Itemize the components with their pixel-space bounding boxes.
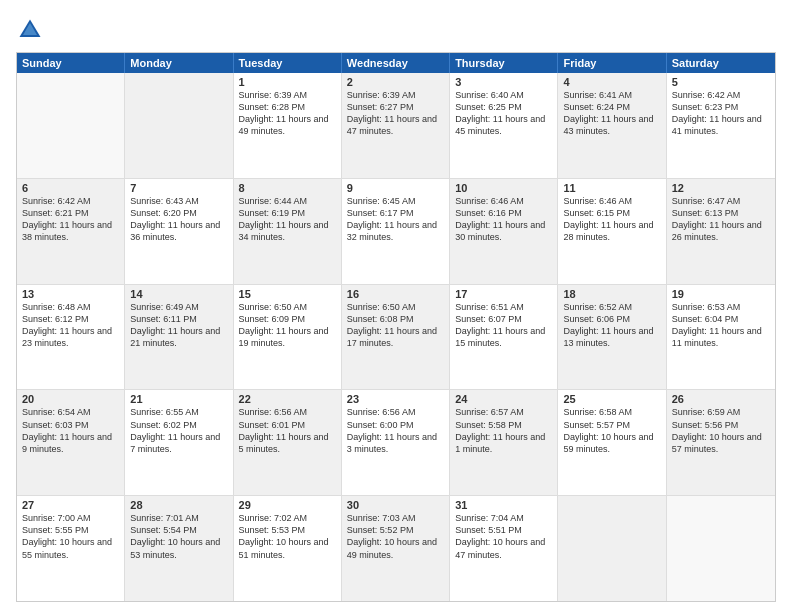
calendar-cell: 22Sunrise: 6:56 AM Sunset: 6:01 PM Dayli… — [234, 390, 342, 495]
cell-info: Sunrise: 6:50 AM Sunset: 6:09 PM Dayligh… — [239, 301, 336, 350]
calendar-cell: 14Sunrise: 6:49 AM Sunset: 6:11 PM Dayli… — [125, 285, 233, 390]
header-day: Sunday — [17, 53, 125, 73]
cell-info: Sunrise: 6:55 AM Sunset: 6:02 PM Dayligh… — [130, 406, 227, 455]
page: SundayMondayTuesdayWednesdayThursdayFrid… — [0, 0, 792, 612]
header-day: Saturday — [667, 53, 775, 73]
cell-date: 20 — [22, 393, 119, 405]
cell-info: Sunrise: 6:42 AM Sunset: 6:21 PM Dayligh… — [22, 195, 119, 244]
cell-date: 15 — [239, 288, 336, 300]
cell-date: 5 — [672, 76, 770, 88]
cell-info: Sunrise: 6:56 AM Sunset: 6:01 PM Dayligh… — [239, 406, 336, 455]
calendar-cell: 1Sunrise: 6:39 AM Sunset: 6:28 PM Daylig… — [234, 73, 342, 178]
calendar-cell: 6Sunrise: 6:42 AM Sunset: 6:21 PM Daylig… — [17, 179, 125, 284]
calendar-cell: 3Sunrise: 6:40 AM Sunset: 6:25 PM Daylig… — [450, 73, 558, 178]
cell-info: Sunrise: 6:58 AM Sunset: 5:57 PM Dayligh… — [563, 406, 660, 455]
cell-info: Sunrise: 6:43 AM Sunset: 6:20 PM Dayligh… — [130, 195, 227, 244]
calendar-row: 6Sunrise: 6:42 AM Sunset: 6:21 PM Daylig… — [17, 178, 775, 284]
cell-info: Sunrise: 7:00 AM Sunset: 5:55 PM Dayligh… — [22, 512, 119, 561]
cell-date: 12 — [672, 182, 770, 194]
cell-info: Sunrise: 6:59 AM Sunset: 5:56 PM Dayligh… — [672, 406, 770, 455]
cell-info: Sunrise: 6:56 AM Sunset: 6:00 PM Dayligh… — [347, 406, 444, 455]
calendar-cell — [558, 496, 666, 601]
calendar-cell: 10Sunrise: 6:46 AM Sunset: 6:16 PM Dayli… — [450, 179, 558, 284]
calendar-cell — [17, 73, 125, 178]
cell-date: 9 — [347, 182, 444, 194]
calendar-cell: 26Sunrise: 6:59 AM Sunset: 5:56 PM Dayli… — [667, 390, 775, 495]
cell-date: 4 — [563, 76, 660, 88]
cell-info: Sunrise: 6:57 AM Sunset: 5:58 PM Dayligh… — [455, 406, 552, 455]
cell-info: Sunrise: 7:01 AM Sunset: 5:54 PM Dayligh… — [130, 512, 227, 561]
calendar-cell: 31Sunrise: 7:04 AM Sunset: 5:51 PM Dayli… — [450, 496, 558, 601]
cell-date: 16 — [347, 288, 444, 300]
calendar-cell: 2Sunrise: 6:39 AM Sunset: 6:27 PM Daylig… — [342, 73, 450, 178]
cell-date: 31 — [455, 499, 552, 511]
calendar-cell: 17Sunrise: 6:51 AM Sunset: 6:07 PM Dayli… — [450, 285, 558, 390]
cell-info: Sunrise: 6:54 AM Sunset: 6:03 PM Dayligh… — [22, 406, 119, 455]
calendar-cell: 11Sunrise: 6:46 AM Sunset: 6:15 PM Dayli… — [558, 179, 666, 284]
calendar-cell: 9Sunrise: 6:45 AM Sunset: 6:17 PM Daylig… — [342, 179, 450, 284]
cell-info: Sunrise: 6:52 AM Sunset: 6:06 PM Dayligh… — [563, 301, 660, 350]
cell-date: 2 — [347, 76, 444, 88]
cell-info: Sunrise: 6:53 AM Sunset: 6:04 PM Dayligh… — [672, 301, 770, 350]
calendar-row: 1Sunrise: 6:39 AM Sunset: 6:28 PM Daylig… — [17, 73, 775, 178]
cell-date: 6 — [22, 182, 119, 194]
cell-info: Sunrise: 6:45 AM Sunset: 6:17 PM Dayligh… — [347, 195, 444, 244]
calendar-cell: 24Sunrise: 6:57 AM Sunset: 5:58 PM Dayli… — [450, 390, 558, 495]
calendar-cell: 13Sunrise: 6:48 AM Sunset: 6:12 PM Dayli… — [17, 285, 125, 390]
cell-info: Sunrise: 6:49 AM Sunset: 6:11 PM Dayligh… — [130, 301, 227, 350]
cell-date: 3 — [455, 76, 552, 88]
cell-info: Sunrise: 7:03 AM Sunset: 5:52 PM Dayligh… — [347, 512, 444, 561]
calendar-cell: 8Sunrise: 6:44 AM Sunset: 6:19 PM Daylig… — [234, 179, 342, 284]
cell-info: Sunrise: 6:42 AM Sunset: 6:23 PM Dayligh… — [672, 89, 770, 138]
calendar-cell: 29Sunrise: 7:02 AM Sunset: 5:53 PM Dayli… — [234, 496, 342, 601]
cell-date: 8 — [239, 182, 336, 194]
cell-date: 14 — [130, 288, 227, 300]
cell-info: Sunrise: 7:02 AM Sunset: 5:53 PM Dayligh… — [239, 512, 336, 561]
calendar-cell: 25Sunrise: 6:58 AM Sunset: 5:57 PM Dayli… — [558, 390, 666, 495]
calendar-row: 20Sunrise: 6:54 AM Sunset: 6:03 PM Dayli… — [17, 389, 775, 495]
cell-date: 26 — [672, 393, 770, 405]
header-day: Thursday — [450, 53, 558, 73]
header-day: Friday — [558, 53, 666, 73]
calendar-header: SundayMondayTuesdayWednesdayThursdayFrid… — [17, 53, 775, 73]
cell-info: Sunrise: 6:40 AM Sunset: 6:25 PM Dayligh… — [455, 89, 552, 138]
cell-date: 28 — [130, 499, 227, 511]
cell-date: 22 — [239, 393, 336, 405]
cell-date: 18 — [563, 288, 660, 300]
logo — [16, 16, 48, 44]
cell-info: Sunrise: 6:46 AM Sunset: 6:16 PM Dayligh… — [455, 195, 552, 244]
calendar-cell — [125, 73, 233, 178]
cell-date: 7 — [130, 182, 227, 194]
calendar-cell: 21Sunrise: 6:55 AM Sunset: 6:02 PM Dayli… — [125, 390, 233, 495]
calendar-cell — [667, 496, 775, 601]
calendar: SundayMondayTuesdayWednesdayThursdayFrid… — [16, 52, 776, 602]
calendar-cell: 7Sunrise: 6:43 AM Sunset: 6:20 PM Daylig… — [125, 179, 233, 284]
calendar-cell: 30Sunrise: 7:03 AM Sunset: 5:52 PM Dayli… — [342, 496, 450, 601]
cell-date: 1 — [239, 76, 336, 88]
calendar-cell: 12Sunrise: 6:47 AM Sunset: 6:13 PM Dayli… — [667, 179, 775, 284]
calendar-row: 13Sunrise: 6:48 AM Sunset: 6:12 PM Dayli… — [17, 284, 775, 390]
calendar-cell: 5Sunrise: 6:42 AM Sunset: 6:23 PM Daylig… — [667, 73, 775, 178]
calendar-cell: 19Sunrise: 6:53 AM Sunset: 6:04 PM Dayli… — [667, 285, 775, 390]
cell-info: Sunrise: 6:44 AM Sunset: 6:19 PM Dayligh… — [239, 195, 336, 244]
logo-icon — [16, 16, 44, 44]
cell-info: Sunrise: 6:39 AM Sunset: 6:28 PM Dayligh… — [239, 89, 336, 138]
calendar-cell: 28Sunrise: 7:01 AM Sunset: 5:54 PM Dayli… — [125, 496, 233, 601]
cell-info: Sunrise: 6:51 AM Sunset: 6:07 PM Dayligh… — [455, 301, 552, 350]
header-day: Tuesday — [234, 53, 342, 73]
cell-info: Sunrise: 6:48 AM Sunset: 6:12 PM Dayligh… — [22, 301, 119, 350]
calendar-cell: 23Sunrise: 6:56 AM Sunset: 6:00 PM Dayli… — [342, 390, 450, 495]
cell-date: 30 — [347, 499, 444, 511]
cell-date: 17 — [455, 288, 552, 300]
cell-date: 29 — [239, 499, 336, 511]
cell-info: Sunrise: 6:41 AM Sunset: 6:24 PM Dayligh… — [563, 89, 660, 138]
calendar-cell: 15Sunrise: 6:50 AM Sunset: 6:09 PM Dayli… — [234, 285, 342, 390]
cell-date: 21 — [130, 393, 227, 405]
cell-date: 23 — [347, 393, 444, 405]
header-day: Monday — [125, 53, 233, 73]
calendar-cell: 18Sunrise: 6:52 AM Sunset: 6:06 PM Dayli… — [558, 285, 666, 390]
header-day: Wednesday — [342, 53, 450, 73]
calendar-row: 27Sunrise: 7:00 AM Sunset: 5:55 PM Dayli… — [17, 495, 775, 601]
cell-info: Sunrise: 6:46 AM Sunset: 6:15 PM Dayligh… — [563, 195, 660, 244]
cell-date: 24 — [455, 393, 552, 405]
